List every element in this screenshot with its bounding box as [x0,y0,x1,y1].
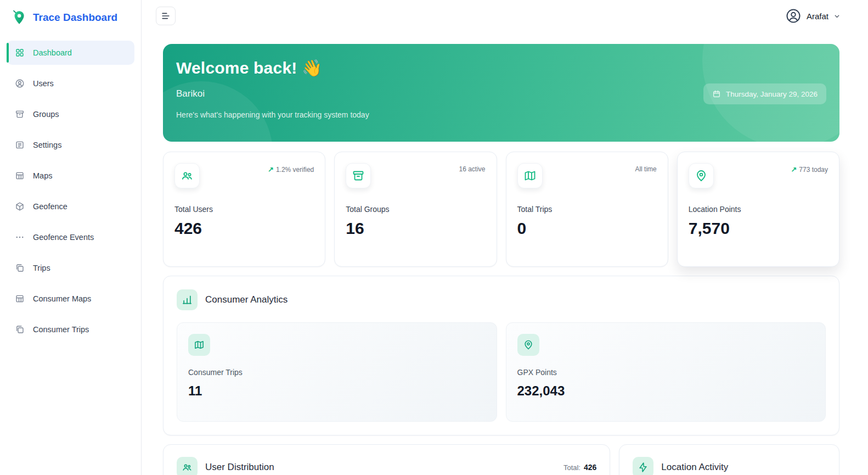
sub-card-value: 232,043 [517,383,815,399]
date-badge: Thursday, January 29, 2026 [703,83,826,104]
stat-badge: 16 active [459,165,485,173]
archive-box-icon [346,163,371,188]
stat-card-location-points[interactable]: ↗ 773 today Location Points 7,570 [677,152,839,267]
user-circle-icon [14,78,25,89]
panel-title: Consumer Analytics [205,294,288,305]
map-pin-icon [517,334,539,356]
stat-badge: All time [635,165,656,173]
users-group-icon [174,163,200,188]
user-distribution-card: User Distribution Total: 426 [163,444,610,475]
hamburger-icon [160,10,171,21]
list-lines-icon [14,139,25,150]
chevron-down-icon [833,13,841,20]
sidebar-item-label: Settings [33,141,61,149]
stat-card-total-trips[interactable]: All time Total Trips 0 [506,152,668,267]
main-area: Arafat Welcome back! 👋 Barikoi Here's wh… [142,0,868,475]
sidebar-item-label: Trips [33,264,50,272]
table-grid-icon [14,170,25,181]
logo-pin-icon [10,9,27,26]
sidebar: Trace Dashboard Dashboard Users [0,0,142,475]
stat-value: 426 [174,219,314,238]
dashboard-content: Welcome back! 👋 Barikoi Here's what's ha… [142,32,868,475]
sidebar-toggle-button[interactable] [156,7,176,25]
sidebar-item-consumer-maps[interactable]: Consumer Maps [7,287,134,311]
welcome-banner: Welcome back! 👋 Barikoi Here's what's ha… [163,44,839,142]
sidebar-nav: Dashboard Users Groups [0,34,141,355]
stat-label: Total Groups [346,205,485,214]
map-pin-icon [689,163,714,188]
sidebar-item-label: Geofence [33,202,67,211]
map-icon [188,334,210,356]
calendar-icon [712,90,721,98]
avatar-icon [785,8,802,24]
trend-up-icon: ↗ [791,165,797,174]
app-logo: Trace Dashboard [0,0,141,34]
users-group-icon [177,457,198,475]
stat-badge: ↗ 773 today [791,165,828,174]
sidebar-item-label: Geofence Events [33,233,94,242]
card-title: Location Activity [661,462,728,473]
sidebar-item-label: Users [33,79,54,88]
trend-up-icon: ↗ [268,165,274,174]
sidebar-item-label: Consumer Trips [33,325,89,334]
lightning-bolt-icon [633,457,653,475]
welcome-title: Welcome back! 👋 [176,58,826,77]
date-text: Thursday, January 29, 2026 [726,90,818,98]
sidebar-item-consumer-trips[interactable]: Consumer Trips [7,317,134,342]
sidebar-item-label: Dashboard [33,48,72,57]
topbar: Arafat [142,0,868,32]
table-grid-icon [14,293,25,304]
stat-badge: ↗ 1.2% verified [268,165,314,174]
stat-value: 0 [517,219,657,238]
cube-icon [14,201,25,212]
sidebar-item-label: Consumer Maps [33,294,91,303]
sidebar-item-users[interactable]: Users [7,71,134,96]
total-users-summary: Total: 426 [563,463,596,472]
sidebar-item-groups[interactable]: Groups [7,102,134,126]
sidebar-item-trips[interactable]: Trips [7,256,134,280]
sidebar-item-maps[interactable]: Maps [7,164,134,188]
archive-box-icon [14,109,25,120]
bar-chart-icon [177,289,198,310]
sidebar-item-dashboard[interactable]: Dashboard [7,41,134,65]
stat-label: Total Users [174,205,314,214]
sidebar-item-label: Groups [33,110,59,119]
sub-card-label: Consumer Trips [188,368,486,377]
stats-row: ↗ 1.2% verified Total Users 426 16 activ… [163,152,839,267]
user-menu[interactable]: Arafat [785,8,841,24]
location-activity-card: Location Activity [619,444,839,475]
stat-label: Total Trips [517,205,657,214]
card-title: User Distribution [205,462,274,473]
sidebar-item-geofence[interactable]: Geofence [7,194,134,219]
stat-value: 16 [346,219,485,238]
stat-value: 7,570 [689,219,828,238]
copy-icon [14,262,25,273]
app-title: Trace Dashboard [33,12,117,24]
sidebar-item-label: Maps [33,171,52,180]
stat-card-total-groups[interactable]: 16 active Total Groups 16 [334,152,497,267]
stat-card-total-users[interactable]: ↗ 1.2% verified Total Users 426 [163,152,325,267]
dashboard-grid-icon [14,47,25,58]
user-name: Arafat [807,12,828,21]
map-icon [517,163,543,188]
welcome-subtitle: Here's what's happening with your tracki… [176,110,826,119]
consumer-analytics-panel: Consumer Analytics Consumer Trips 11 [163,276,839,435]
sidebar-item-settings[interactable]: Settings [7,133,134,157]
gpx-points-card[interactable]: GPX Points 232,043 [506,322,826,422]
copy-icon [14,324,25,335]
sidebar-item-geofence-events[interactable]: Geofence Events [7,225,134,249]
sub-card-value: 11 [188,383,486,399]
sub-card-label: GPX Points [517,368,815,377]
consumer-trips-card[interactable]: Consumer Trips 11 [177,322,497,422]
bottom-row: User Distribution Total: 426 [163,444,839,475]
ellipsis-icon [14,232,25,243]
stat-label: Location Points [689,205,828,214]
